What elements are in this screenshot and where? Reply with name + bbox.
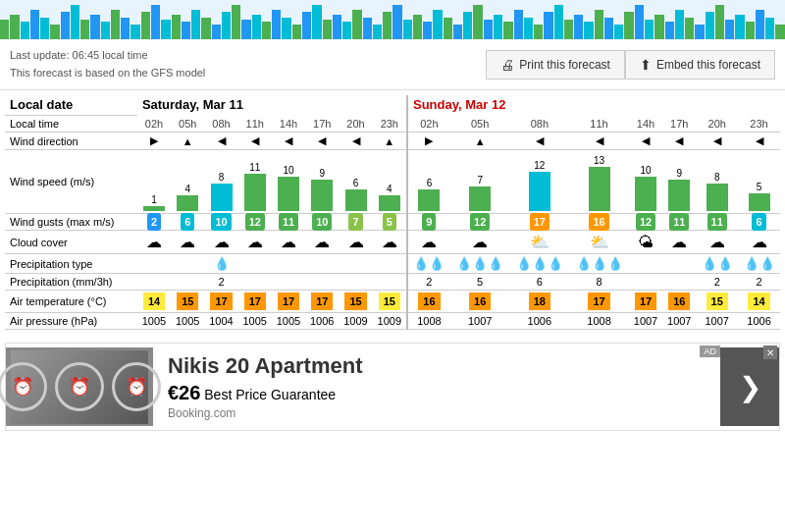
ad-arrow-button[interactable]: ❯ (720, 347, 779, 426)
sun-t-2: 18 (510, 291, 570, 313)
print-label: Print this forecast (519, 58, 610, 72)
ad-label: AD (704, 346, 716, 356)
sun-dir-0: ▶ (407, 133, 450, 150)
header: Last update: 06:45 local time This forec… (0, 39, 785, 90)
sun-time-7: 23h (738, 116, 780, 133)
sun-wg-2: 17 (510, 214, 570, 231)
sat-ws-4: 10 (272, 150, 305, 214)
sat-cloud-0: ☁ (137, 231, 171, 254)
sun-wg-1: 12 (450, 214, 510, 231)
sun-p-5: 1007 (662, 313, 696, 330)
sat-t-5: 17 (305, 291, 339, 313)
sat-pm-0 (137, 274, 171, 291)
ad-price-label: Best Price Guarantee (204, 387, 336, 402)
sat-wg-3: 12 (238, 214, 272, 231)
sat-time-0: 02h (137, 116, 171, 133)
wind-dir-row: Wind direction ▶ ▲ ◀ ◀ ◀ ◀ ◀ ▲ ▶ ▲ ◀ ◀ ◀… (5, 133, 780, 150)
sun-pt-1: 💧💧💧 (450, 254, 510, 274)
sat-dir-4: ◀ (272, 133, 305, 150)
sun-wg-0: 9 (407, 214, 450, 231)
sun-time-1: 05h (450, 116, 510, 133)
embed-label: Embed this forecast (656, 58, 760, 72)
sun-wg-7: 6 (738, 214, 780, 231)
sat-wg-4: 11 (272, 214, 305, 231)
sun-pm-2: 6 (510, 274, 570, 291)
sat-wg-7: 5 (373, 214, 407, 231)
embed-button[interactable]: ⬆ Embed this forecast (625, 50, 775, 80)
sun-ws-6: 8 (696, 150, 738, 214)
sat-p-5: 1006 (305, 313, 339, 330)
sat-dir-6: ◀ (339, 133, 372, 150)
cloud-icon-0: ☁ (146, 234, 162, 250)
sun-wg-5: 11 (662, 214, 696, 231)
sun-time-0: 02h (407, 116, 450, 133)
sun-ws-3: 13 (569, 150, 629, 214)
sun-dir-1: ▲ (450, 133, 510, 150)
sun-pt-5 (662, 254, 696, 274)
sat-pt-6 (339, 254, 372, 274)
sun-dir-7: ◀ (738, 133, 780, 150)
cloud-icon-6: ☁ (348, 234, 364, 250)
ad-close-button[interactable]: ✕ (763, 346, 777, 359)
rain-drops-icon-5: 💧💧 (744, 256, 775, 271)
cloud-icon-12: 🌤 (638, 234, 654, 250)
sat-t-0: 14 (137, 291, 171, 313)
sun-t-6: 15 (696, 291, 738, 313)
sat-dir-2: ◀ (204, 133, 237, 150)
sun-t-4: 17 (629, 291, 662, 313)
sat-cloud-5: ☁ (305, 231, 339, 254)
sun-p-4: 1007 (629, 313, 662, 330)
sun-cloud-0: ☁ (407, 231, 450, 254)
sat-time-6: 20h (339, 116, 372, 133)
print-button[interactable]: 🖨 Print this forecast (486, 50, 625, 80)
sat-t-1: 15 (171, 291, 204, 313)
sat-time-5: 17h (305, 116, 339, 133)
sat-pm-2: 2 (204, 274, 237, 291)
sat-dir-0: ▶ (137, 133, 171, 150)
sun-dir-2: ◀ (510, 133, 570, 150)
saturday-date: Saturday, Mar 11 (137, 95, 407, 116)
cloud-icon-9: ☁ (472, 234, 488, 250)
sat-cloud-2: ☁ (204, 231, 237, 254)
cloud-cover-row: Cloud cover ☁ ☁ ☁ ☁ ☁ ☁ ☁ ☁ ☁ ☁ ⛅ ⛅ 🌤 ☁ … (5, 231, 780, 254)
sat-cloud-1: ☁ (171, 231, 204, 254)
wind-gusts-row: Wind gusts (max m/s) 2 6 10 12 11 10 7 5… (5, 214, 780, 231)
ad-content: Nikis 20 Apartment €26 Best Price Guaran… (153, 344, 720, 430)
cloud-icon-1: ☁ (180, 234, 195, 250)
sun-cloud-1: ☁ (450, 231, 510, 254)
temp-row: Air temperature (°C) 14 15 17 17 17 17 1… (5, 291, 780, 313)
sun-time-6: 20h (696, 116, 738, 133)
rain-drops-icon-3: 💧💧💧 (576, 256, 623, 271)
sun-t-3: 17 (569, 291, 629, 313)
sat-time-2: 08h (204, 116, 237, 133)
sat-p-6: 1009 (339, 313, 372, 330)
sat-ws-2: 8 (204, 150, 237, 214)
sun-wg-4: 12 (629, 214, 662, 231)
ad-title: Nikis 20 Apartment (168, 353, 706, 379)
sat-dir-7: ▲ (373, 133, 407, 150)
precip-mm-row: Precipitation (mm/3h) 2 2 5 6 8 2 2 (5, 274, 780, 291)
local-date-label: Local date (5, 95, 137, 116)
sun-pm-5 (662, 274, 696, 291)
sat-pm-3 (238, 274, 272, 291)
wind-dir-label: Wind direction (5, 133, 137, 150)
sat-pm-4 (272, 274, 305, 291)
sat-ws-6: 6 (339, 150, 372, 214)
sun-wg-6: 11 (696, 214, 738, 231)
last-update-text: Last update: 06:45 local time This forec… (10, 47, 205, 81)
header-buttons: 🖨 Print this forecast ⬆ Embed this forec… (486, 50, 775, 80)
sat-ws-1: 4 (171, 150, 204, 214)
cloud-icon-3: ☁ (247, 234, 263, 250)
wind-speed-row: Wind speed (m/s) 1 4 8 11 10 9 6 4 6 (5, 150, 780, 214)
sun-t-7: 14 (738, 291, 780, 313)
sun-pm-7: 2 (738, 274, 780, 291)
sat-ws-3: 11 (238, 150, 272, 214)
sat-wg-6: 7 (339, 214, 372, 231)
pressure-label: Air pressure (hPa) (5, 313, 137, 330)
sun-pm-4 (629, 274, 662, 291)
sat-pt-0 (137, 254, 171, 274)
ad-image: ⏰ ⏰ ⏰ (6, 347, 153, 426)
sat-pt-4 (272, 254, 305, 274)
sat-p-1: 1005 (171, 313, 204, 330)
sun-t-1: 16 (450, 291, 510, 313)
